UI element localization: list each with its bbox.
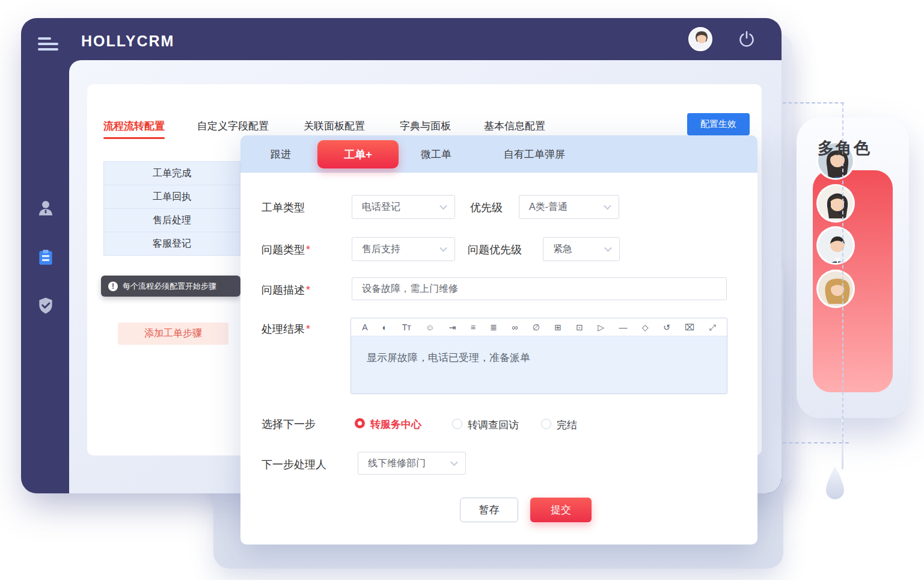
workflow-step-row[interactable]: 工单完成 <box>103 161 240 185</box>
divider-icon[interactable]: — <box>619 323 627 332</box>
editor-toolbar: A ◐ Tт ☺ ⇥ ≡ ≣ ∞ ∅ ⊞ ⊡ ▷ — ◇ ↺ ⌧ ⤢ <box>351 318 727 336</box>
tasks-icon[interactable] <box>36 248 55 267</box>
ticket-modal: 跟进 工单+ 微工单 自有工单弹屏 工单类型 电话登记 优先级 A类-普通 问题… <box>240 135 757 545</box>
next-step-label: 选择下一步 <box>262 417 316 431</box>
result-text-area[interactable]: 显示屏故障，电话已受理，准备派单 <box>351 336 727 393</box>
radio-finish[interactable] <box>541 419 551 429</box>
dashed-guide-top <box>783 102 844 103</box>
image-icon[interactable]: ⊡ <box>576 323 583 332</box>
rich-text-editor: A ◐ Tт ☺ ⇥ ≡ ≣ ∞ ∅ ⊞ ⊡ ▷ — ◇ ↺ ⌧ ⤢ 显示屏故障… <box>350 318 727 394</box>
dashed-guide-bottom <box>783 442 849 443</box>
multi-role-panel <box>797 117 909 418</box>
video-icon[interactable]: ▷ <box>598 323 604 332</box>
issue-priority-label: 问题优先级 <box>468 242 522 257</box>
tab-micro-ticket[interactable]: 微工单 <box>421 147 451 161</box>
radio-transfer-survey[interactable] <box>452 419 462 429</box>
undo-icon[interactable]: ↺ <box>663 323 670 332</box>
priority-select[interactable]: A类-普通 <box>519 195 619 219</box>
multi-role-label: 多角色 <box>818 137 872 159</box>
chevron-down-icon <box>604 244 612 252</box>
tab-process-flow[interactable]: 流程流转配置 <box>103 119 165 133</box>
radio-label[interactable]: 转调查回访 <box>468 418 519 432</box>
chevron-down-icon <box>439 244 447 252</box>
next-handler-select[interactable]: 线下维修部门 <box>358 452 466 475</box>
format-icon[interactable]: A <box>362 323 367 332</box>
agent-avatar-blonde <box>816 270 855 308</box>
tab-own-ticket-popup[interactable]: 自有工单弹屏 <box>504 147 565 161</box>
workflow-step-row[interactable]: 客服登记 <box>103 232 240 256</box>
issue-priority-select[interactable]: 紧急 <box>543 237 620 261</box>
submit-button[interactable]: 提交 <box>530 498 592 522</box>
power-icon[interactable] <box>738 30 756 48</box>
tab-custom-fields[interactable]: 自定义字段配置 <box>197 119 269 133</box>
save-draft-button[interactable]: 暂存 <box>460 498 518 522</box>
issue-type-label: 问题类型* <box>262 242 310 257</box>
screen: HOLLYCRM <box>0 0 924 580</box>
trash-icon[interactable]: ⌧ <box>685 323 694 332</box>
radio-label[interactable]: 完结 <box>557 418 577 432</box>
tab-linked-panel[interactable]: 关联面板配置 <box>304 119 365 133</box>
add-step-button[interactable]: 添加工单步骤 <box>118 322 228 345</box>
workflow-step-row[interactable]: 工单回执 <box>103 185 240 209</box>
agent-avatar-headset <box>816 184 855 223</box>
next-handler-label: 下一步处理人 <box>262 457 326 472</box>
radio-transfer-service-center[interactable] <box>355 418 365 428</box>
table-icon[interactable]: ⊞ <box>554 323 561 332</box>
ticket-type-label: 工单类型 <box>262 200 305 215</box>
chevron-down-icon <box>439 202 447 210</box>
tab-ticket-plus[interactable]: 工单+ <box>317 140 399 168</box>
teardrop-shape <box>825 466 845 506</box>
link-icon[interactable]: ∞ <box>512 323 518 332</box>
tab-basic-info[interactable]: 基本信息配置 <box>484 119 545 133</box>
required-step-tooltip: ! 每个流程必须配置开始步骤 <box>101 276 240 297</box>
unlink-icon[interactable]: ∅ <box>533 323 540 332</box>
indent-icon[interactable]: ⇥ <box>449 323 456 332</box>
font-size-icon[interactable]: Tт <box>402 323 411 332</box>
tab-follow-up[interactable]: 跟进 <box>271 147 291 161</box>
tab-dictionary-panel[interactable]: 字典与面板 <box>400 119 451 133</box>
tooltip-text: 每个流程必须配置开始步骤 <box>123 281 216 292</box>
security-icon[interactable] <box>36 296 55 315</box>
app-title: HOLLYCRM <box>81 32 174 50</box>
issue-type-select[interactable]: 售后支持 <box>352 237 455 261</box>
contacts-icon[interactable] <box>36 199 55 218</box>
modal-header: 跟进 工单+ 微工单 自有工单弹屏 <box>240 135 757 173</box>
eraser-icon[interactable]: ◇ <box>642 323 649 332</box>
ticket-type-select[interactable]: 电话登记 <box>352 195 455 219</box>
apply-config-button[interactable]: 配置生效 <box>687 113 750 135</box>
align-icon[interactable]: ≡ <box>471 323 476 332</box>
chevron-down-icon <box>450 458 458 466</box>
list-icon[interactable]: ≣ <box>490 323 497 332</box>
result-label: 处理结果* <box>262 322 310 336</box>
agent-avatar-male <box>816 226 855 265</box>
chevron-down-icon <box>604 202 611 210</box>
emoji-icon[interactable]: ☺ <box>426 323 434 332</box>
color-palette-icon[interactable]: ◐ <box>382 323 387 332</box>
issue-desc-input[interactable]: 设备故障，需上门维修 <box>352 277 727 300</box>
user-avatar[interactable] <box>688 27 712 51</box>
fullscreen-icon[interactable]: ⤢ <box>709 323 715 332</box>
issue-desc-label: 问题描述* <box>262 283 310 297</box>
priority-label: 优先级 <box>470 200 503 215</box>
warning-icon: ! <box>108 282 118 291</box>
workflow-step-row[interactable]: 售后处理 <box>103 208 240 232</box>
menu-icon[interactable] <box>38 37 58 52</box>
radio-label[interactable]: 转服务中心 <box>370 418 421 431</box>
